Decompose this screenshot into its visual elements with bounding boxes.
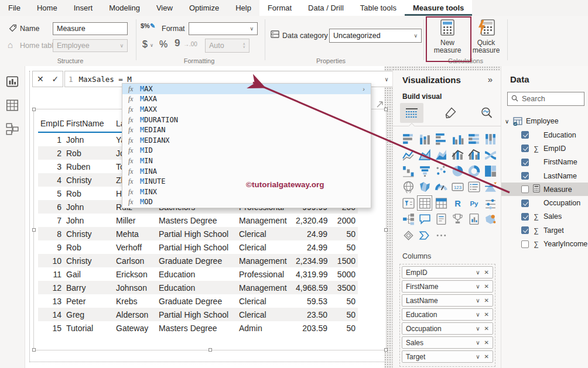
table-row[interactable]: 13PeterKrebsGraduate DegreeClerical59.53…: [38, 294, 358, 308]
field-row-empid[interactable]: ∑EmpID: [501, 142, 588, 155]
visual-icon-gauge[interactable]: [433, 180, 449, 195]
chevron-down-icon[interactable]: ∨: [476, 283, 480, 290]
format-combobox[interactable]: ∨: [189, 22, 258, 35]
visual-icon-key-influencers[interactable]: [483, 195, 498, 211]
new-measure-button[interactable]: Newmeasure: [429, 19, 466, 61]
field-row-sales[interactable]: ∑Sales: [501, 210, 588, 223]
visual-icon-clustered-column-chart[interactable]: [450, 131, 465, 146]
visual-icon-pie-chart[interactable]: [450, 163, 465, 178]
percent-icon[interactable]: %: [159, 40, 167, 49]
visual-icon-matrix[interactable]: [433, 195, 449, 211]
visual-icon-stacked-column-chart[interactable]: [417, 131, 432, 146]
field-checkbox[interactable]: [521, 226, 529, 234]
visual-icon-power-automate[interactable]: [417, 228, 432, 243]
cancel-button[interactable]: ✕: [37, 74, 44, 84]
autocomplete-item-mod[interactable]: fxMOD: [122, 197, 371, 208]
field-row-lastname[interactable]: LastName: [501, 169, 588, 183]
chevron-down-icon[interactable]: ∨: [150, 43, 153, 48]
ribbon-tab-data-drill[interactable]: Data / Drill: [300, 0, 352, 16]
field-checkbox[interactable]: [521, 172, 529, 180]
selection-handle[interactable]: [32, 108, 36, 111]
autocomplete-item-mina[interactable]: fxMINA: [122, 166, 371, 177]
remove-field-icon[interactable]: ✕: [484, 297, 489, 304]
field-checkbox[interactable]: [521, 159, 529, 166]
visual-icon-100-stacked-column-chart[interactable]: [483, 131, 498, 146]
data-category-select[interactable]: Uncategorized ∨: [329, 29, 422, 43]
remove-field-icon[interactable]: ✕: [484, 353, 489, 360]
ribbon-tab-view[interactable]: View: [148, 0, 181, 16]
well-pill-occupation[interactable]: Occupation∨✕: [402, 322, 493, 335]
selection-handle[interactable]: [208, 348, 212, 352]
visual-icon-smart-narrative[interactable]: [433, 212, 449, 227]
visual-icon-line-and-stacked-column-chart[interactable]: [450, 147, 465, 163]
selection-handle[interactable]: [32, 228, 36, 232]
remove-field-icon[interactable]: ✕: [484, 339, 489, 346]
field-row-occupation[interactable]: Occupation: [501, 196, 588, 209]
field-row-measure[interactable]: Measure: [501, 183, 588, 196]
well-pill-sales[interactable]: Sales∨✕: [402, 336, 493, 349]
ribbon-tab-insert[interactable]: Insert: [66, 0, 101, 16]
remove-field-icon[interactable]: ✕: [484, 325, 489, 332]
autocomplete-item-mid[interactable]: fxMID: [122, 146, 371, 156]
table-row[interactable]: 7JohnMillerMasters DegreeManagement2,320…: [38, 214, 358, 227]
comma-icon[interactable]: 9: [175, 38, 180, 48]
selection-handle[interactable]: [32, 348, 36, 352]
chevron-down-icon[interactable]: ∨: [476, 325, 480, 332]
column-header-empid[interactable]: EmpID: [38, 115, 64, 132]
autocomplete-item-max[interactable]: fxMAX›: [122, 84, 371, 94]
visual-icon-r-script-visual[interactable]: R: [450, 195, 465, 211]
visual-icon-q-and-a[interactable]: [417, 212, 432, 227]
commit-button[interactable]: ✓: [52, 74, 59, 84]
visual-icon-kpi[interactable]: [483, 180, 498, 195]
tab-format-visual[interactable]: [439, 103, 462, 123]
field-checkbox[interactable]: [521, 200, 529, 207]
visual-icon-metrics[interactable]: [450, 212, 465, 227]
autocomplete-item-min[interactable]: fxMIN: [122, 156, 371, 166]
table-row[interactable]: 14GregAldersonPartial High SchoolClerica…: [38, 308, 358, 321]
selection-handle[interactable]: [384, 228, 388, 232]
visual-icon-funnel-chart[interactable]: [417, 163, 432, 178]
column-header-firstname[interactable]: FirstName: [64, 115, 114, 132]
tab-analytics[interactable]: [475, 103, 498, 123]
visual-icon-treemap[interactable]: [483, 163, 498, 178]
autocomplete-item-medianx[interactable]: fxMEDIANX: [122, 135, 371, 146]
visual-icon-100-stacked-bar-chart[interactable]: [466, 131, 481, 146]
visual-icon-ribbon-chart[interactable]: [483, 147, 498, 163]
well-pill-education[interactable]: Education∨✕: [402, 308, 493, 321]
well-pill-target[interactable]: Target∨✕: [402, 350, 493, 363]
autocomplete-item-mduration[interactable]: fxMDURATION: [122, 115, 371, 125]
field-checkbox[interactable]: [521, 145, 529, 152]
ribbon-tab-format[interactable]: Format: [259, 0, 300, 16]
visual-icon-paginated-report[interactable]: [466, 212, 481, 227]
ribbon-tab-modeling[interactable]: Modeling: [101, 0, 148, 16]
visual-icon-python-visual[interactable]: Py: [466, 195, 481, 211]
well-pill-lastname[interactable]: LastName∨✕: [402, 294, 493, 307]
chevron-down-icon[interactable]: ∨: [476, 311, 480, 318]
report-view-button[interactable]: [5, 75, 19, 89]
table-node-employee[interactable]: ∨Employee: [501, 114, 588, 128]
ribbon-tab-optimize[interactable]: Optimize: [181, 0, 227, 16]
autocomplete-item-maxa[interactable]: fxMAXA: [122, 94, 371, 105]
measure-name-input[interactable]: Measure: [53, 22, 128, 35]
field-checkbox[interactable]: [521, 185, 529, 193]
well-pill-empid[interactable]: EmpID∨✕: [402, 266, 493, 278]
expand-formula-bar-icon[interactable]: ∨: [385, 76, 388, 82]
ribbon-tab-help[interactable]: Help: [227, 0, 259, 16]
ribbon-tab-table-tools[interactable]: Table tools: [352, 0, 405, 16]
resize-handle-icon[interactable]: [375, 99, 385, 109]
visual-icon-multi-row-card[interactable]: [466, 180, 481, 195]
table-row[interactable]: 8ChristyMehtaPartial High SchoolClerical…: [38, 227, 358, 240]
search-input[interactable]: Search: [507, 92, 584, 106]
visual-icon-area-chart[interactable]: [417, 147, 432, 163]
visual-icon-arcgis-map[interactable]: [483, 212, 498, 227]
visual-icon-map[interactable]: [401, 180, 416, 195]
well-pill-firstname[interactable]: FirstName∨✕: [402, 280, 493, 293]
quick-measure-button[interactable]: Quickmeasure: [467, 19, 505, 61]
collapse-pane-icon[interactable]: »: [488, 74, 493, 84]
visual-icon-line-chart[interactable]: [401, 147, 416, 163]
visual-icon-waterfall-chart[interactable]: [401, 163, 416, 178]
visual-icon-donut-chart[interactable]: [466, 163, 481, 178]
visual-icon-table[interactable]: [417, 195, 432, 211]
table-row[interactable]: 9RobVerhoffPartial High SchoolClerical24…: [38, 240, 358, 254]
visual-icon-clustered-bar-chart[interactable]: [433, 131, 449, 146]
